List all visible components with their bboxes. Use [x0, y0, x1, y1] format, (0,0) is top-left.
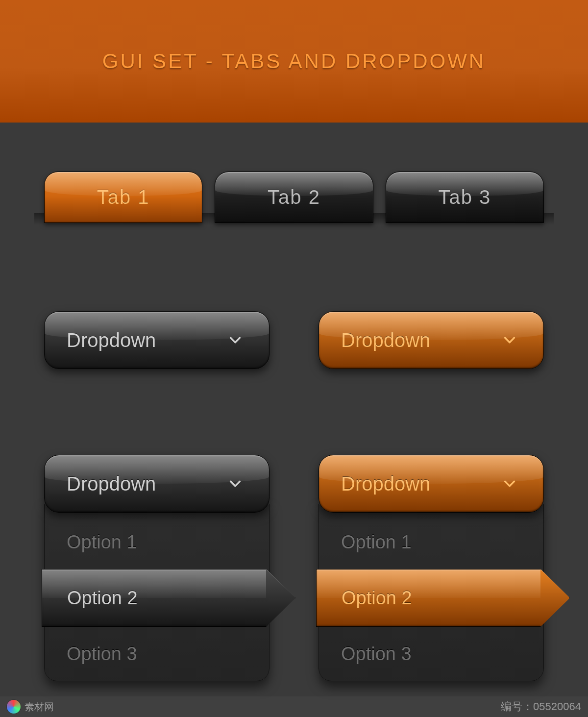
tab-2[interactable]: Tab 2 [215, 172, 373, 223]
tab-label: Tab 3 [438, 186, 491, 208]
dropdown-option[interactable]: Option 3 [319, 627, 543, 681]
dropdown-trigger[interactable]: Dropdown [318, 455, 544, 513]
watermark-brand: 素材网 [7, 700, 54, 714]
chevron-down-icon [503, 333, 516, 347]
dropdown-option[interactable]: Option 3 [45, 627, 269, 681]
chevron-down-icon [228, 477, 242, 491]
dropdown-option-selected[interactable]: Option 2 [316, 569, 570, 627]
id-label: 编号： [501, 700, 533, 713]
tab-3[interactable]: Tab 3 [386, 172, 544, 223]
dropdown-dark-closed[interactable]: Dropdown [44, 311, 270, 369]
dropdown-label: Dropdown [67, 329, 156, 351]
tab-1[interactable]: Tab 1 [44, 172, 202, 223]
dropdown-dark-open: Dropdown Option 1 Option 2 Option 3 [44, 455, 270, 681]
header: GUI SET - TABS AND DROPDOWN [0, 0, 588, 123]
tab-label: Tab 2 [268, 186, 320, 208]
id-value: 05520064 [533, 700, 581, 713]
tab-label: Tab 1 [97, 186, 150, 208]
chevron-down-icon [503, 477, 516, 491]
dropdown-label: Dropdown [341, 473, 430, 495]
option-label: Option 1 [341, 532, 412, 553]
brand-text: 素材网 [24, 700, 54, 714]
option-label: Option 1 [67, 532, 137, 553]
page-title: GUI SET - TABS AND DROPDOWN [102, 49, 486, 73]
dropdown-label: Dropdown [341, 329, 430, 351]
option-label: Option 2 [67, 588, 138, 609]
option-label: Option 3 [67, 643, 137, 665]
dropdown-label: Dropdown [67, 473, 156, 495]
chevron-down-icon [228, 333, 242, 347]
dropdown-option[interactable]: Option 1 [45, 515, 269, 569]
dropdown-orange-closed[interactable]: Dropdown [318, 311, 544, 369]
brand-logo-icon [7, 700, 21, 714]
dropdown-panel: Option 1 Option 2 Option 3 [318, 504, 544, 681]
dropdown-orange-open: Dropdown Option 1 Option 2 Option 3 [318, 455, 544, 681]
tab-row: Tab 1 Tab 2 Tab 3 [34, 172, 554, 223]
dropdown-panel: Option 1 Option 2 Option 3 [44, 504, 270, 681]
dropdown-trigger[interactable]: Dropdown [44, 455, 270, 513]
watermark-id: 编号：05520064 [501, 699, 581, 714]
option-label: Option 2 [342, 588, 412, 609]
watermark-bar: 素材网 编号：05520064 [0, 696, 588, 717]
dropdown-option[interactable]: Option 1 [319, 515, 543, 569]
option-label: Option 3 [341, 643, 412, 665]
dropdown-option-selected[interactable]: Option 2 [42, 569, 295, 627]
